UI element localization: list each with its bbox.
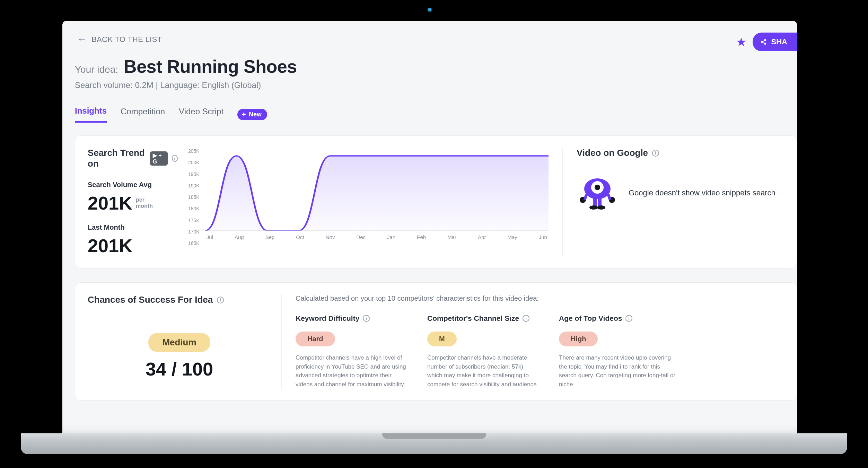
- svg-rect-9: [593, 198, 597, 206]
- video-on-google-title: Video on Google: [577, 148, 648, 158]
- info-icon[interactable]: i: [217, 297, 224, 303]
- idea-meta: Search volume: 0.2M | Language: English …: [75, 80, 797, 90]
- mascot-icon: [577, 172, 618, 214]
- per-month-label: permonth: [136, 197, 153, 209]
- info-icon[interactable]: i: [625, 315, 632, 322]
- calc-explainer: Calculated based on your top 10 competit…: [296, 294, 784, 302]
- chart-x-axis: JulAugSepOctNovDecJanFebMarAprMayJun: [205, 232, 549, 240]
- chance-level-pill: Medium: [148, 333, 210, 352]
- favorite-star-icon[interactable]: ★: [736, 35, 746, 49]
- age-top-videos-pill: High: [559, 332, 598, 346]
- info-icon[interactable]: i: [363, 315, 370, 322]
- camera-dot: [427, 8, 432, 12]
- tab-video-script[interactable]: Video Script: [179, 107, 223, 122]
- idea-label: Your idea:: [75, 64, 118, 75]
- svg-point-12: [597, 205, 605, 210]
- video-on-google-panel: Video on Google i: [562, 148, 784, 256]
- sparkle-icon: ✦: [242, 111, 246, 118]
- channel-size-desc: Competitor channels have a moderate numb…: [427, 353, 538, 389]
- svg-rect-10: [598, 198, 602, 206]
- info-icon[interactable]: i: [172, 155, 178, 162]
- back-label: BACK TO THE LIST: [91, 35, 162, 44]
- search-volume-avg-label: Search Volume Avg: [88, 181, 178, 189]
- age-top-videos-desc: There are many recent video uplo coverin…: [559, 353, 677, 389]
- page-title: Best Running Shoes: [124, 56, 297, 77]
- svg-point-8: [595, 185, 600, 190]
- keyword-difficulty-pill: Hard: [296, 332, 335, 346]
- chances-of-success-card: Chances of Success For Idea i Medium 34 …: [75, 282, 797, 401]
- keyword-difficulty-desc: Competitor channels have a high level of…: [296, 353, 406, 389]
- tab-competition[interactable]: Competition: [121, 107, 165, 122]
- laptop-base: [21, 433, 847, 454]
- search-trend-card: Search Trend on ▶ + G i Search Volume Av…: [75, 135, 797, 268]
- share-label: SHA: [771, 37, 787, 46]
- tab-insights[interactable]: Insights: [75, 106, 107, 123]
- search-volume-avg-value: 201K: [88, 192, 132, 214]
- arrow-left-icon: ←: [77, 35, 87, 44]
- youtube-google-badge: ▶ + G: [150, 151, 168, 166]
- keyword-difficulty-title: Keyword Difficulty: [296, 314, 359, 323]
- share-button[interactable]: SHA: [753, 33, 797, 51]
- new-badge-label: New: [249, 111, 262, 118]
- svg-point-11: [589, 205, 598, 210]
- chance-score: 34 / 100: [88, 358, 271, 380]
- info-icon[interactable]: i: [652, 150, 659, 157]
- search-trend-title: Search Trend on ▶ + G i: [88, 148, 178, 169]
- chances-title: Chances of Success For Idea: [88, 294, 213, 305]
- video-on-google-text: Google doesn't show video snippets searc…: [629, 188, 775, 198]
- info-icon[interactable]: i: [523, 315, 529, 322]
- svg-line-4: [762, 42, 764, 43]
- last-month-value: 201K: [88, 235, 132, 256]
- last-month-label: Last Month: [88, 223, 178, 231]
- tabs: Insights Competition Video Script ✦ New: [75, 106, 797, 123]
- channel-size-title: Competitor's Channel Size: [427, 314, 519, 323]
- share-icon: [760, 38, 767, 45]
- search-trend-chart: [205, 148, 549, 231]
- svg-line-3: [762, 41, 764, 42]
- new-badge: ✦ New: [237, 109, 267, 120]
- chart-y-axis: 205K200K195K190K185K180K175K170K165K: [188, 148, 202, 256]
- age-top-videos-title: Age of Top Videos: [559, 314, 622, 323]
- channel-size-pill: M: [427, 332, 457, 346]
- back-to-list-link[interactable]: ← BACK TO THE LIST: [77, 35, 162, 44]
